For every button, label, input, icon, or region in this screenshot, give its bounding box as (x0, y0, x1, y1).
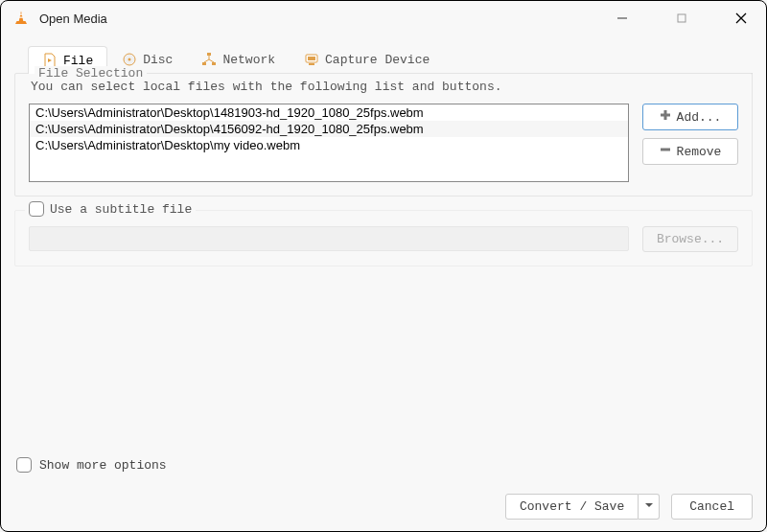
svg-rect-0 (19, 14, 23, 15)
remove-label: Remove (677, 145, 722, 159)
convert-save-split-button: Convert / Save (505, 494, 660, 520)
svg-rect-16 (309, 63, 314, 65)
tab-capture[interactable]: Capture Device (290, 45, 444, 73)
titlebar: Open Media (1, 1, 766, 35)
plus-icon (660, 109, 671, 125)
svg-rect-3 (678, 14, 686, 22)
footer: Convert / Save Cancel (1, 488, 766, 531)
svg-line-12 (204, 59, 209, 62)
add-button[interactable]: Add... (642, 104, 738, 130)
subtitle-checkbox[interactable] (29, 201, 44, 217)
svg-rect-8 (207, 53, 211, 56)
file-selection-legend: File Selection (35, 66, 147, 81)
svg-rect-1 (19, 17, 24, 18)
svg-point-7 (128, 58, 131, 61)
convert-save-button[interactable]: Convert / Save (505, 494, 639, 520)
capture-icon (304, 52, 319, 67)
content-area: File Disc Network Capture Device (1, 35, 766, 488)
close-button[interactable] (726, 5, 756, 32)
chevron-down-icon (644, 499, 654, 514)
file-selection-group: File Selection You can select local file… (14, 73, 753, 197)
browse-label: Browse... (657, 232, 724, 246)
cancel-label: Cancel (689, 499, 734, 514)
tab-network-label: Network (222, 53, 275, 67)
open-media-window: Open Media File (0, 0, 767, 532)
window-title: Open Media (39, 12, 607, 26)
vlc-cone-icon (12, 10, 30, 27)
show-more-row: Show more options (16, 457, 751, 473)
file-selection-hint: You can select local files with the foll… (31, 80, 738, 94)
svg-rect-15 (308, 57, 315, 60)
tab-disc-label: Disc (143, 53, 173, 67)
minus-icon (660, 144, 671, 159)
svg-line-13 (209, 59, 214, 62)
svg-rect-10 (212, 62, 216, 65)
show-more-label: Show more options (39, 458, 167, 473)
list-item[interactable]: C:\Users\Administrator\Desktop\my video.… (30, 137, 628, 153)
subtitle-path-input (29, 226, 629, 251)
cancel-button[interactable]: Cancel (671, 494, 753, 520)
svg-rect-9 (202, 62, 206, 65)
tab-capture-label: Capture Device (325, 53, 430, 67)
minimize-button[interactable] (607, 5, 638, 32)
file-list[interactable]: C:\Users\Administrator\Desktop\1481903-h… (29, 104, 629, 182)
network-icon (201, 52, 217, 67)
tab-network[interactable]: Network (187, 45, 290, 73)
maximize-button[interactable] (666, 5, 697, 32)
convert-save-dropdown[interactable] (639, 494, 660, 520)
subtitle-legend: Use a subtitle file (50, 202, 192, 217)
window-controls (607, 5, 756, 32)
browse-button: Browse... (642, 226, 738, 252)
subtitle-group: Use a subtitle file Browse... (14, 210, 753, 266)
remove-button[interactable]: Remove (642, 138, 738, 165)
show-more-checkbox[interactable] (16, 457, 32, 473)
convert-label: Convert / Save (520, 499, 624, 514)
list-item[interactable]: C:\Users\Administrator\Desktop\4156092-h… (30, 121, 628, 137)
disc-icon (122, 52, 137, 67)
add-label: Add... (677, 110, 722, 125)
list-item[interactable]: C:\Users\Administrator\Desktop\1481903-h… (30, 104, 628, 121)
